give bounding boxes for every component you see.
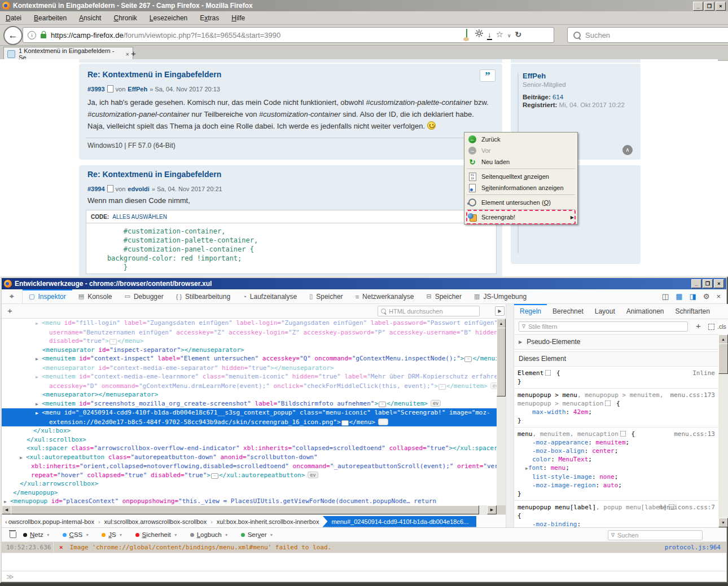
markup-row[interactable]: </xul:box> bbox=[2, 426, 497, 435]
sidebar-tab-regeln[interactable]: Regeln bbox=[514, 304, 547, 319]
chevron-down-icon[interactable]: ∨ bbox=[507, 29, 511, 39]
css-rule[interactable]: menupopup menu[label], popup menu[label]… bbox=[514, 501, 718, 527]
breadcrumb-item[interactable]: owscrollbox.popup-internal-box bbox=[8, 518, 94, 525]
context-menu-item-seiteninformationen-anzeigen[interactable]: Seiteninformationen anzeigen bbox=[466, 182, 576, 193]
console-filter-js[interactable]: JS▼ bbox=[102, 531, 122, 538]
context-menu-item-neu-laden[interactable]: ↻Neu laden bbox=[466, 156, 576, 168]
menu-hilfe[interactable]: Hilfe bbox=[231, 14, 245, 22]
devtools-tab-js-umgebung[interactable]: ▥JS-Umgebung bbox=[468, 289, 533, 303]
markup-row[interactable]: <menuseparator id="context-media-eme-sep… bbox=[2, 364, 497, 373]
menu-datei[interactable]: Datei bbox=[6, 14, 21, 22]
markup-row[interactable]: ▶<menu id="_02450914-cdd9-410f-b1da-db00… bbox=[2, 408, 497, 418]
new-tab-button[interactable]: + bbox=[131, 49, 136, 58]
console-filter-sicherheit[interactable]: Sicherheit▼ bbox=[135, 531, 178, 538]
maximize-button[interactable]: ❐ bbox=[704, 2, 714, 11]
rule-source-link[interactable]: Inline bbox=[692, 369, 715, 377]
expand-arrow-icon[interactable]: ▶ bbox=[36, 409, 42, 418]
devtools-close-icon[interactable]: × bbox=[716, 292, 721, 301]
select-all-link[interactable]: ALLES AUSWÄHLEN bbox=[112, 214, 167, 220]
markup-row[interactable]: username="Benutzernamen einfügen" access… bbox=[2, 328, 497, 337]
download-arrow-icon[interactable]: ↓ bbox=[487, 29, 492, 39]
markup-row[interactable]: <xul:spacer class="arrowscrollbox-overfl… bbox=[2, 444, 497, 453]
settings-gear-icon[interactable]: ⚙ bbox=[703, 292, 710, 301]
menu-ansicht[interactable]: Ansicht bbox=[79, 14, 101, 22]
collapsed-content-icon[interactable]: – bbox=[211, 473, 218, 479]
rules-scrollbar[interactable]: ▲ ▼ bbox=[718, 334, 728, 527]
markup-row[interactable]: ▶<menuitem id="context-media-eme-learnmo… bbox=[2, 372, 497, 382]
expand-arrow-icon[interactable]: ▶ bbox=[36, 319, 42, 328]
scrollbar-thumb[interactable] bbox=[497, 328, 506, 396]
markup-row[interactable]: <menuseparator id="inspect-separator"></… bbox=[2, 346, 497, 355]
element-picker-button[interactable]: ⌖ bbox=[2, 289, 23, 303]
scroll-top-button[interactable]: ∧ bbox=[622, 145, 633, 155]
code-content[interactable]: #customization-container, #customization… bbox=[86, 223, 496, 275]
close-button[interactable]: × bbox=[716, 2, 726, 11]
collapsed-content-icon[interactable]: – bbox=[464, 356, 472, 362]
devtools-tab-debugger[interactable]: ▭Debugger bbox=[119, 289, 170, 303]
markup-row[interactable]: ▶<menuitem id="screenshots_mozilla_org_c… bbox=[2, 399, 497, 409]
error-source-link[interactable]: protocol.js:964 bbox=[665, 544, 726, 551]
highlight-selector-icon[interactable] bbox=[605, 400, 611, 406]
scroll-right-button[interactable]: ▶ bbox=[487, 505, 497, 514]
markup-row[interactable]: ▶<menupopup id="placesContext" onpopupsh… bbox=[2, 497, 497, 505]
breadcrumb-item[interactable]: xul:box.box-inherit.scrollbox-innerbox bbox=[217, 518, 319, 525]
expand-arrow-icon[interactable]: ▶ bbox=[36, 373, 42, 382]
breadcrumb-item[interactable]: xul:scrollbox.arrowscrollbox-scrollbox bbox=[104, 518, 207, 525]
devtools-tab-laufzeitanalyse[interactable]: ◔Laufzeitanalyse bbox=[236, 289, 303, 303]
event-badge[interactable]: ev bbox=[378, 418, 388, 425]
css-rule[interactable]: menu, menuitem, menucaption {menu.css:13… bbox=[514, 428, 718, 501]
post-2-author-link[interactable]: edvoldi bbox=[128, 186, 150, 192]
expand-arrow-icon[interactable]: ▶ bbox=[36, 400, 42, 409]
scroll-up-button[interactable]: ▲ bbox=[718, 334, 728, 344]
context-menu-item-seitenquelltext-anzeigen[interactable]: 01 10Seitenquelltext anzeigen bbox=[466, 171, 576, 182]
expand-arrow-icon[interactable]: ▶ bbox=[4, 497, 10, 505]
console-message-row[interactable]: 10:52:23.636 × Image 'chrome://global/co… bbox=[2, 542, 726, 553]
console-filter-netz[interactable]: Netz▼ bbox=[23, 531, 50, 538]
css-rule[interactable]: menupopup > menu, menupopup > menuitem,m… bbox=[514, 389, 718, 428]
profile-1-username[interactable]: EffPeh bbox=[523, 72, 546, 80]
sidebar-tab-layout[interactable]: Layout bbox=[589, 304, 621, 319]
devtools-tab-speicher[interactable]: ⊟Speicher bbox=[420, 289, 468, 303]
markup-row[interactable]: xbl:inherits="orient,collapsed=notoverfl… bbox=[2, 462, 497, 471]
search-input[interactable]: Suchen bbox=[567, 27, 728, 43]
tab-close-icon[interactable]: × bbox=[126, 51, 129, 58]
gear-flower-icon[interactable] bbox=[475, 29, 483, 39]
event-badge[interactable]: ev bbox=[431, 400, 441, 407]
console-filter-css[interactable]: CSS▼ bbox=[63, 531, 90, 538]
devtools-maximize-button[interactable]: ❐ bbox=[703, 279, 713, 288]
scrollbar-thumb[interactable] bbox=[11, 505, 479, 514]
menu-chronik[interactable]: Chronik bbox=[113, 14, 137, 22]
posts-count-link[interactable]: 614 bbox=[552, 94, 563, 100]
html-search-input[interactable]: HTML durchsuchen bbox=[378, 306, 480, 316]
sidebar-tab-animationen[interactable]: Animationen bbox=[621, 304, 670, 319]
sidebar-tab-schriftarten[interactable]: Schriftarten bbox=[669, 304, 715, 319]
markup-row[interactable]: ▶<xul:autorepeatbutton class="autorepeat… bbox=[2, 453, 497, 462]
scrollbar-thumb[interactable] bbox=[718, 343, 728, 374]
quote-button[interactable]: ” bbox=[480, 69, 495, 82]
rule-source-link[interactable]: menu.css:173 bbox=[670, 391, 715, 399]
post-1-title[interactable]: Re: Kontextmenü in Eingabefeldern bbox=[87, 70, 221, 79]
markup-row[interactable]: </xul:arrowscrollbox> bbox=[2, 479, 497, 488]
menu-lesezeichen[interactable]: Lesezeichen bbox=[150, 14, 187, 22]
expand-pane-button[interactable]: ▶ bbox=[495, 306, 505, 316]
frame-icon[interactable]: ◨ bbox=[689, 292, 696, 301]
markup-row[interactable]: </xul:scrollbox> bbox=[2, 435, 497, 444]
collapsed-content-icon[interactable]: – bbox=[438, 384, 446, 390]
collapsed-content-icon[interactable]: – bbox=[379, 402, 386, 407]
post-1-number[interactable]: #3993 bbox=[87, 86, 105, 92]
grid-icon[interactable]: ▦ bbox=[676, 292, 682, 301]
clear-console-icon[interactable] bbox=[10, 532, 16, 538]
context-menu-item-vor[interactable]: →Vor bbox=[466, 145, 576, 156]
minimize-button[interactable]: _ bbox=[693, 2, 703, 11]
console-filter-input[interactable]: ∇Suchen bbox=[608, 530, 703, 540]
console-input-row[interactable]: ≫ bbox=[2, 571, 726, 581]
devtools-minimize-button[interactable]: _ bbox=[691, 279, 701, 288]
panel-splitter[interactable] bbox=[506, 304, 514, 527]
markup-row[interactable]: disabled="true">–</menu> bbox=[2, 337, 497, 346]
collapsed-content-icon[interactable]: – bbox=[341, 420, 349, 426]
markup-row[interactable]: </menupopup> bbox=[2, 488, 497, 497]
reload-icon[interactable]: ↻ bbox=[515, 29, 522, 39]
menu-extras[interactable]: Extras bbox=[200, 14, 219, 22]
event-badge[interactable]: ev bbox=[308, 472, 318, 478]
css-rule[interactable]: Element {Inline} bbox=[514, 367, 718, 389]
